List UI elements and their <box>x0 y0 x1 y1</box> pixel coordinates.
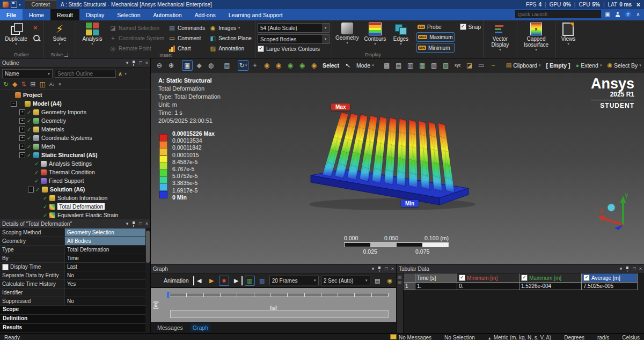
menu-tab-result[interactable]: Result <box>50 9 79 20</box>
duration-select[interactable]: 2 Sec (Auto)▾ <box>321 276 370 285</box>
timeline-segment[interactable] <box>270 293 288 297</box>
details-row-scoping-method[interactable]: Scoping MethodGeometry Selection <box>0 228 150 237</box>
orientation-triad[interactable]: Y X <box>595 191 643 237</box>
column-header-minimum-m[interactable]: ✓Minimum [m] <box>457 274 519 283</box>
min-probe-label[interactable]: Min <box>401 200 419 207</box>
solve-button[interactable]: ⚡ Solve ▾ <box>46 21 74 46</box>
delete-button[interactable]: × <box>32 24 41 32</box>
timeline-segment[interactable] <box>287 293 304 297</box>
graphics-viewport[interactable]: A: Static StructuralTotal DeformationTyp… <box>151 72 644 264</box>
table-row[interactable]: 11.0.1.5226e-0047.5025e-005 <box>404 283 644 290</box>
box-zoom-icon[interactable]: ◉ <box>273 60 284 71</box>
commands-button[interactable]: ▤Commands <box>167 24 206 32</box>
sort-az-button[interactable]: A↓ <box>49 81 55 87</box>
tabular-pin-icon[interactable] <box>625 266 630 272</box>
tree-expander-icon[interactable]: − <box>28 187 34 193</box>
tabular-close-icon[interactable]: × <box>639 266 642 271</box>
save-icon[interactable] <box>11 2 17 8</box>
probe-tool-icon[interactable]: ◉ <box>297 60 308 71</box>
menu-tab-display[interactable]: Display <box>79 9 111 20</box>
xyz-filter-icon[interactable]: xyz <box>452 60 463 71</box>
feedback-icon[interactable]: ▣ <box>604 11 611 18</box>
checkbox-icon[interactable]: ✓ <box>583 275 590 281</box>
time-slider-track[interactable] <box>170 310 389 318</box>
timeline-marker[interactable] <box>167 292 170 298</box>
details-value[interactable]: No <box>65 271 145 279</box>
tree-item-coordinate-systems[interactable]: +✓Coordinate Systems <box>0 134 150 142</box>
column-header-time-s[interactable]: Time [s] <box>415 274 457 283</box>
cursor-icon[interactable]: ↖ <box>342 60 353 71</box>
maximum-button[interactable]: MAXMaximum <box>416 32 455 42</box>
zoom-graph-button[interactable]: ◉ <box>385 276 395 286</box>
extend-button[interactable]: ●Extend▾ <box>574 62 604 69</box>
find-button[interactable] <box>32 34 41 42</box>
tab-messages[interactable]: Messages <box>155 323 185 332</box>
quick-access-dropdown-icon[interactable]: ▾ <box>19 3 21 7</box>
tree-item-thermal-condition[interactable]: ✓Thermal Condition <box>0 168 150 176</box>
tree-item-geometry-imports[interactable]: +✓Geometry Imports <box>0 108 150 116</box>
annotation-button[interactable]: ▨Annotation <box>208 44 253 53</box>
details-row-display-time[interactable]: Display TimeLast <box>0 263 150 271</box>
copy-viewport-icon[interactable]: ▤ <box>222 60 232 71</box>
menu-tab-home[interactable]: Home <box>23 9 50 20</box>
solve-dialog-launcher-icon[interactable] <box>64 53 68 57</box>
search-outline-input[interactable] <box>55 70 116 78</box>
column-header-maximum-m[interactable]: ✓Maximum [m] <box>519 274 582 283</box>
play-button[interactable]: ▶ <box>207 276 217 286</box>
details-value[interactable]: Time <box>65 254 145 262</box>
search-options-icon[interactable]: ▾ <box>125 72 127 76</box>
capped-isosurface-button[interactable]: X Capped Isosurface ▾ <box>519 21 553 51</box>
tree-item-project[interactable]: Project <box>0 91 150 99</box>
export-video-button[interactable]: ▤ <box>372 276 383 286</box>
stop-button[interactable]: ■ <box>219 276 229 286</box>
context-tab[interactable]: Context <box>25 0 56 10</box>
zoom-in-icon[interactable]: ⊕ <box>166 60 177 71</box>
details-row-identifier[interactable]: Identifier <box>0 289 150 297</box>
section-plane-button[interactable]: ◧Section Plane <box>208 34 253 42</box>
snap-checkbox[interactable]: ✓Snap <box>460 21 481 30</box>
tree-item-equivalent-elastic-strain[interactable]: ✓Equivalent Elastic Strain <box>0 211 150 219</box>
outline-more-button[interactable]: ▾ <box>58 81 61 87</box>
checkbox-icon[interactable] <box>2 264 9 270</box>
body-filter-icon[interactable]: ▦ <box>417 60 428 71</box>
timeline-segment[interactable] <box>321 293 338 297</box>
account-icon[interactable] <box>614 11 621 18</box>
images-button[interactable]: ◉Images▾ <box>208 24 253 32</box>
vertex-filter-icon[interactable]: ▩ <box>382 60 392 71</box>
tree-expander-icon[interactable]: + <box>19 135 25 141</box>
views-button[interactable]: Views ▾ <box>558 21 579 46</box>
column-header-average-m[interactable]: ✓Average [m] <box>582 274 638 283</box>
scoped-bodies-select[interactable]: Scoped Bodies▾ <box>258 34 330 44</box>
tab-graph[interactable]: Graph <box>191 323 210 332</box>
details-value[interactable] <box>65 289 145 297</box>
details-value[interactable]: Geometry Selection <box>65 228 145 236</box>
quick-launch-input[interactable] <box>515 10 601 18</box>
checkbox-icon[interactable]: ✓ <box>459 275 465 281</box>
element-filter-icon[interactable]: ▨ <box>441 60 451 71</box>
face-filter-icon[interactable]: ▥ <box>405 60 416 71</box>
magnify-icon[interactable]: ◉ <box>309 60 319 71</box>
details-value[interactable]: Total Deformation <box>65 246 145 254</box>
select-by-button[interactable]: ◉Select By▾ <box>605 62 643 69</box>
graph-pin-icon[interactable] <box>377 266 382 272</box>
timeline-segment[interactable] <box>371 293 389 297</box>
table-cell[interactable]: 7.5025e-005 <box>582 283 638 290</box>
tree-item-fixed-support[interactable]: ✓Fixed Support <box>0 176 150 185</box>
show-suppressed-button[interactable]: ◫ <box>39 81 45 87</box>
skip-end-button[interactable]: ▶ <box>231 276 243 286</box>
name-filter-select[interactable]: Name▾ <box>2 69 53 78</box>
timeline-segment[interactable] <box>304 293 321 297</box>
graph-menu-icon[interactable]: ▾ <box>372 266 375 271</box>
details-value[interactable]: Last <box>65 263 145 271</box>
tree-item-static-structural-a5[interactable]: −✓Static Structural (A5) <box>0 151 150 159</box>
graph-close-icon[interactable]: × <box>391 266 394 271</box>
node-filter-icon[interactable]: ▧ <box>429 60 440 71</box>
result-sets-button[interactable]: ▥ <box>245 276 255 286</box>
details-close-icon[interactable]: × <box>145 221 148 226</box>
fit-view-icon[interactable]: ◉ <box>285 60 296 71</box>
timeline-segment[interactable] <box>338 293 355 297</box>
chart-button[interactable]: Chart <box>167 44 206 53</box>
table-cell[interactable]: 1. <box>415 283 457 290</box>
timeline-segment[interactable] <box>220 293 237 297</box>
clipboard-button[interactable]: ▤Clipboard▾ <box>504 62 543 69</box>
